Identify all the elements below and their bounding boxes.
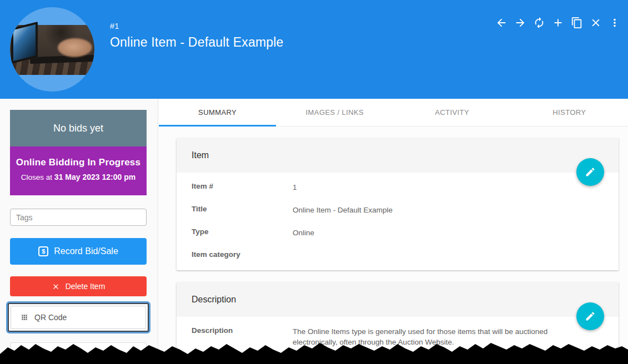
pencil-icon (585, 166, 596, 178)
duplicate-icon[interactable] (570, 16, 584, 29)
description-card-title: Description (177, 282, 619, 317)
bidding-status-title: Online Bidding In Progress (10, 157, 147, 168)
type-row: Type Online (192, 221, 604, 244)
field-label: Title (192, 205, 293, 215)
item-number-row: Item # 1 (192, 176, 604, 199)
qr-code-label: QR Code (34, 313, 67, 322)
field-label: Type (192, 228, 293, 238)
refresh-icon[interactable] (532, 16, 546, 29)
record-bid-sale-label: Record Bid/Sale (54, 246, 118, 256)
bidding-status-banner: Online Bidding In Progress Closes at 31 … (10, 146, 147, 195)
qr-code-button[interactable]: QR Code (11, 306, 146, 329)
item-number: #1 (110, 21, 284, 31)
field-value: 1 (293, 182, 297, 193)
field-label: Item # (192, 182, 293, 193)
item-card-title: Item (177, 138, 619, 173)
item-category-row: Item category (192, 244, 604, 265)
add-icon[interactable] (551, 16, 565, 29)
summary-panel: Item Item # 1 Title Online Item - Defaul… (159, 127, 628, 364)
item-avatar (10, 7, 94, 92)
main-content: SUMMARY IMAGES / LINKS ACTIVITY HISTORY … (159, 99, 628, 364)
money-icon: $ (38, 246, 48, 256)
close-x-icon (52, 282, 60, 291)
field-value: Online (293, 228, 314, 238)
title-row: Title Online Item - Default Example (192, 199, 604, 221)
bidding-closes-datetime: 31 May 2023 12:00 pm (54, 173, 135, 181)
record-bid-sale-button[interactable]: $ Record Bid/Sale (10, 238, 147, 265)
tags-input[interactable] (10, 209, 147, 226)
sidebar: No bids yet Online Bidding In Progress C… (0, 99, 158, 364)
close-icon[interactable] (589, 16, 602, 29)
tab-bar: SUMMARY IMAGES / LINKS ACTIVITY HISTORY (159, 99, 628, 127)
item-photo (10, 25, 94, 75)
header-toolbar (495, 16, 621, 29)
pencil-icon (585, 311, 596, 322)
tab-history[interactable]: HISTORY (511, 99, 628, 126)
torn-screenshot-edge (0, 340, 628, 364)
header: #1 Online Item - Default Example (0, 0, 628, 99)
forward-arrow-icon[interactable] (514, 16, 527, 29)
item-detail-window: #1 Online Item - Default Example (0, 0, 628, 364)
delete-item-button[interactable]: Delete Item (10, 276, 147, 296)
more-vert-icon[interactable] (608, 16, 621, 29)
grid-icon (21, 314, 28, 321)
field-label: Item category (192, 250, 293, 259)
no-bids-banner: No bids yet (10, 110, 147, 146)
tab-activity[interactable]: ACTIVITY (394, 99, 511, 126)
edit-description-button[interactable] (576, 302, 604, 330)
tab-summary[interactable]: SUMMARY (159, 99, 276, 126)
page-title: Online Item - Default Example (110, 35, 284, 50)
field-value: Online Item - Default Example (293, 205, 393, 215)
qr-code-focus-ring: QR Code (6, 301, 150, 333)
bidding-closes-line: Closes at 31 May 2023 12:00 pm (10, 173, 147, 181)
delete-item-label: Delete Item (66, 282, 105, 291)
tab-images-links[interactable]: IMAGES / LINKS (276, 99, 393, 126)
edit-item-button[interactable] (576, 158, 604, 186)
item-card: Item Item # 1 Title Online Item - Defaul… (177, 138, 619, 270)
back-arrow-icon[interactable] (495, 16, 508, 29)
